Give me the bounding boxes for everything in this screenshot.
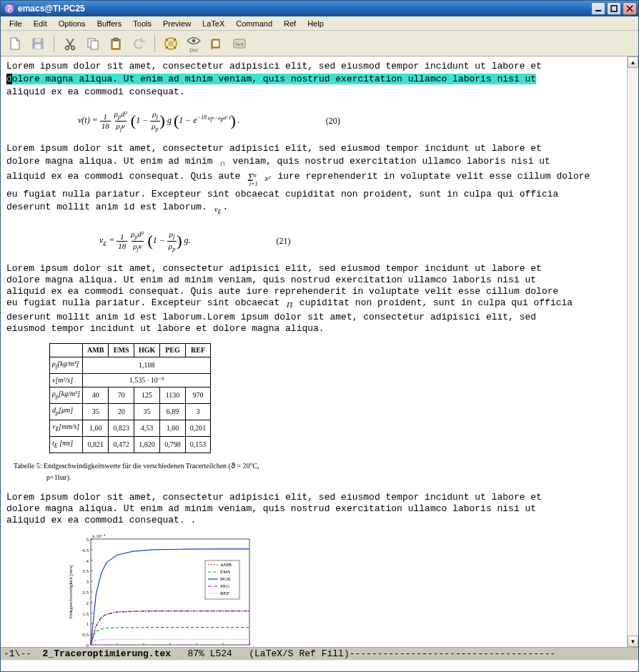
editor-pane: Lorem ipsum dolor sit amet, consectetur … (1, 56, 638, 647)
major-mode: (LaTeX/S Ref Fill) (249, 648, 349, 659)
equation-number: (20) (326, 115, 340, 127)
svg-text:EMS: EMS (220, 569, 231, 575)
svg-text:3: 3 (248, 646, 251, 647)
close-button[interactable] (623, 2, 637, 15)
svg-text:2.5: 2.5 (82, 590, 89, 596)
inline-math-pi: Π (287, 299, 292, 310)
vertical-scrollbar[interactable]: ▲ ▼ (627, 56, 638, 647)
dvi-view-button[interactable]: DVI (184, 34, 204, 54)
minibuffer[interactable] (1, 660, 638, 671)
svg-text:2: 2 (86, 601, 89, 606)
svg-text:TeX: TeX (235, 41, 244, 47)
equation-20: v(t) = 118 ρpd²ρfν (1 − ρfρp) g (1 − e−1… (6, 99, 621, 143)
table-row: vE[mm/s] 1,600,8234,531,600,261 (50, 420, 211, 436)
svg-text:0: 0 (86, 643, 89, 647)
svg-point-10 (66, 46, 69, 49)
svg-text:1.5: 1.5 (167, 646, 174, 647)
svg-text:REF: REF (220, 591, 229, 596)
text-line: Lorem ipsum dolor sit amet, consectetur … (6, 61, 621, 72)
buffer-name: 2_Traceroptimierung.tex (43, 648, 171, 659)
svg-text:1: 1 (142, 646, 145, 647)
title-bar: emacs@TI-PC25 (1, 1, 638, 16)
text-line-highlighted: dolore magna aliqua. Ut enim ad minim ve… (6, 74, 621, 85)
menu-edit[interactable]: Edit (28, 18, 53, 29)
svg-text:PEG: PEG (220, 583, 229, 589)
tex-settings-button[interactable]: TeX (229, 34, 249, 54)
bibtex-button[interactable] (207, 34, 227, 54)
window-title: emacs@TI-PC25 (18, 4, 591, 14)
menu-bar: File Edit Options Buffers Tools Preview … (1, 16, 638, 31)
scroll-track[interactable] (628, 68, 638, 636)
svg-text:Sinkgeschwindigkeit [m/s]: Sinkgeschwindigkeit [m/s] (68, 565, 74, 618)
svg-text:0.5: 0.5 (114, 646, 121, 647)
svg-text:3.5: 3.5 (82, 568, 89, 574)
toolbar: DVI TeX (1, 31, 638, 56)
text-line: aliquid ex ea commodi consequat. (6, 87, 621, 98)
inline-math-sum: Σni=1x² (247, 170, 270, 187)
scroll-up-button[interactable]: ▲ (628, 56, 638, 68)
text-line: deserunt mollit anim id est laborum.Lore… (6, 312, 621, 335)
toolbar-separator (54, 35, 54, 52)
svg-text:2: 2 (195, 646, 198, 647)
menu-options[interactable]: Options (53, 18, 91, 29)
inline-math-vE: vE (214, 203, 222, 218)
text-line: deserunt mollit anim id est laborum. vE. (6, 202, 621, 218)
svg-point-19 (192, 39, 195, 42)
svg-point-11 (71, 46, 75, 49)
velocity-chart: 00.511.522.533.544.5500.511.522.53x 10⁻³… (6, 528, 621, 647)
svg-text:0: 0 (89, 646, 92, 647)
svg-rect-16 (113, 41, 119, 48)
point-cursor: d (6, 74, 12, 84)
mode-line: -1\-- 2_Traceroptimierung.tex 87% L524 (… (1, 647, 638, 660)
latex-run-button[interactable] (161, 34, 181, 54)
table-row: dp[μm] 3520356,893 (50, 403, 211, 420)
svg-text:4: 4 (86, 558, 89, 564)
table-row: tE [ms] 0,8210,4721,8200,7980,153 (50, 436, 211, 453)
menu-help[interactable]: Help (302, 18, 330, 29)
table-row: ρp[kg/m³] 40701251130970 (50, 387, 211, 403)
svg-text:1.5: 1.5 (82, 611, 89, 617)
menu-latex[interactable]: LaTeX (197, 18, 230, 29)
table-row: ρf[kg/m³]1,188 (50, 357, 211, 373)
dvi-label: DVI (189, 48, 198, 53)
copy-button[interactable] (83, 34, 103, 54)
maximize-button[interactable] (607, 2, 621, 15)
svg-rect-7 (35, 44, 41, 49)
svg-text:HGK: HGK (220, 576, 231, 582)
document-buffer[interactable]: Lorem ipsum dolor sit amet, consectetur … (1, 56, 627, 647)
text-line: eu fugiat nulla pariatur. Excepteur sint… (6, 189, 621, 200)
svg-text:1: 1 (86, 621, 89, 627)
svg-rect-2 (611, 6, 617, 11)
position-indicator: 87% L524 (171, 648, 249, 659)
menu-buffers[interactable]: Buffers (91, 18, 128, 29)
svg-point-18 (168, 41, 174, 46)
highlighted-text: olore magna aliqua. Ut enim ad minim ven… (12, 74, 536, 84)
undo-button[interactable] (129, 34, 149, 54)
text-line: Lorem ipsum dolor sit amet, consectetur … (6, 492, 621, 526)
menu-tools[interactable]: Tools (127, 18, 157, 29)
table-header-row: AMB EMS HGK PEG REF (50, 343, 211, 357)
svg-text:2.5: 2.5 (220, 646, 227, 647)
save-button[interactable] (28, 34, 48, 54)
svg-rect-20 (213, 41, 219, 46)
paste-button[interactable] (106, 34, 126, 54)
scroll-down-button[interactable]: ▼ (628, 636, 638, 647)
text-line: aliquid ex ea commodi consequat. Quis au… (6, 170, 621, 187)
cut-button[interactable] (60, 34, 80, 54)
menu-command[interactable]: Command (230, 18, 278, 29)
svg-text:5: 5 (86, 537, 89, 543)
equation-number: (21) (276, 235, 290, 247)
menu-file[interactable]: File (4, 18, 28, 29)
table-row: ν[m²/s]1,535 · 10⁻⁵ (50, 373, 211, 387)
text-line: dolore magna aliqua. Ut enim ad minim ∩ … (6, 156, 621, 169)
minimize-button[interactable] (591, 2, 605, 15)
svg-text:0.5: 0.5 (82, 632, 89, 638)
inline-math-icon: ∩ (219, 157, 225, 169)
svg-rect-13 (91, 41, 98, 49)
table-caption: Tabelle 5: Endgeschwindigkeitswerte für … (6, 456, 307, 492)
menu-ref[interactable]: Ref (278, 18, 302, 29)
svg-text:x 10⁻³: x 10⁻³ (92, 533, 105, 539)
text-line: Lorem ipsum dolor sit amet, consectetur … (6, 263, 621, 310)
new-file-button[interactable] (5, 34, 25, 54)
menu-preview[interactable]: Preview (157, 18, 197, 29)
